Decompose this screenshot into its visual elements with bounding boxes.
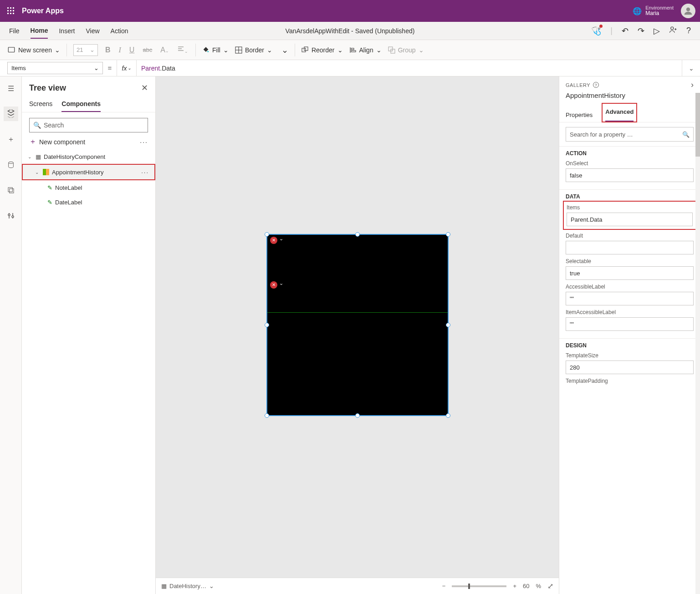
chevron-down-icon: ⌄ — [419, 46, 424, 54]
zoom-percent: % — [536, 583, 541, 589]
item-accessible-label-input[interactable]: "" — [566, 317, 694, 331]
formula-input[interactable]: Parent.Data — [137, 60, 682, 76]
property-selector[interactable]: Items⌄ — [7, 62, 103, 74]
zoom-out-icon[interactable]: − — [442, 583, 446, 589]
property-search[interactable]: Search for a property … 🔍 — [566, 127, 694, 142]
menu-file[interactable]: File — [9, 24, 20, 38]
media-icon[interactable] — [4, 183, 18, 198]
more-icon[interactable]: ··· — [140, 138, 148, 146]
search-placeholder: Search — [44, 122, 64, 129]
more-icon[interactable]: ··· — [141, 169, 149, 176]
resize-handle[interactable] — [446, 323, 450, 327]
hamburger-icon[interactable]: ☰ — [4, 81, 18, 96]
document-title: VanArsdelAppWithEdit - Saved (Unpublishe… — [286, 27, 415, 35]
tree-item-child[interactable]: ✎ DateLabel — [22, 195, 155, 209]
chevron-right-icon[interactable]: › — [691, 80, 694, 90]
avatar[interactable] — [681, 4, 695, 18]
selectable-value: true — [570, 270, 580, 277]
fill-button[interactable]: Fill⌄ — [202, 46, 229, 54]
new-screen-button[interactable]: New screen ⌄ — [7, 46, 60, 54]
menu-view[interactable]: View — [86, 24, 99, 38]
error-badge-icon[interactable]: ✕ — [270, 281, 277, 289]
menu-action[interactable]: Action — [111, 24, 128, 38]
fit-to-window-icon[interactable]: ⤢ — [547, 582, 553, 590]
zoom-slider[interactable] — [452, 585, 506, 587]
bold-button[interactable]: B — [104, 44, 112, 56]
menu-home[interactable]: Home — [31, 23, 48, 39]
chevron-expand-icon[interactable]: ⌄ — [281, 45, 288, 55]
tree-search[interactable]: 🔍 Search — [29, 118, 148, 132]
data-icon[interactable] — [4, 157, 18, 172]
field-label: ItemAccessibleLabel — [566, 309, 694, 315]
gallery-icon — [43, 169, 49, 175]
scrollbar-thumb[interactable] — [695, 93, 700, 157]
font-size-box[interactable]: 21⌄ — [73, 44, 98, 56]
resize-handle[interactable] — [265, 413, 269, 418]
chevron-down-icon: ⌄ — [26, 154, 33, 159]
error-badge-icon[interactable]: ✕ — [270, 237, 277, 244]
reorder-label: Reorder — [312, 46, 335, 54]
top-menu: File Home Insert View Action VanArsdelAp… — [0, 22, 700, 40]
new-component-button[interactable]: ＋New component — [29, 137, 85, 147]
resize-handle[interactable] — [265, 232, 269, 237]
tab-advanced[interactable]: Advanced — [605, 105, 634, 119]
italic-button[interactable]: I — [118, 44, 122, 56]
items-input[interactable]: Parent.Data — [567, 213, 693, 226]
app-checker-icon[interactable]: 🩺 — [591, 26, 601, 36]
font-color-button[interactable]: A⌄ — [159, 44, 170, 56]
fx-icon[interactable]: fx⌄ — [117, 60, 137, 76]
waffle-icon[interactable] — [0, 0, 22, 22]
highlight-advanced: Advanced — [602, 103, 637, 122]
play-icon[interactable]: ▷ — [654, 26, 660, 36]
expand-formula-icon[interactable]: ⌄ — [682, 60, 700, 76]
resize-handle[interactable] — [355, 413, 360, 418]
tab-components[interactable]: Components — [61, 96, 101, 112]
accessible-label-input[interactable]: "" — [566, 292, 694, 305]
tree-item-selected[interactable]: ⌄ AppointmentHistory ··· — [23, 165, 154, 179]
redo-icon[interactable]: ↷ — [638, 26, 644, 36]
tree-view-icon[interactable] — [4, 107, 18, 121]
chevron-down-icon[interactable]: ⌄ — [279, 236, 283, 242]
group-button[interactable]: Group⌄ — [388, 46, 424, 54]
tree-item-root[interactable]: ⌄ ▦ DateHistoryComponent — [22, 149, 155, 164]
resize-handle[interactable] — [265, 323, 269, 327]
menu-insert[interactable]: Insert — [59, 24, 75, 38]
tab-screens[interactable]: Screens — [29, 96, 52, 112]
svg-rect-1 — [10, 7, 11, 9]
selectable-input[interactable]: true — [566, 266, 694, 280]
undo-icon[interactable]: ↶ — [622, 26, 628, 36]
resize-handle[interactable] — [446, 413, 450, 418]
default-input[interactable] — [566, 241, 694, 254]
zoom-in-icon[interactable]: + — [513, 583, 516, 589]
chevron-down-icon[interactable]: ⌄ — [279, 280, 283, 286]
help-icon[interactable]: ? — [686, 26, 691, 36]
align-label: Align — [359, 46, 373, 54]
close-icon[interactable]: ✕ — [141, 83, 148, 93]
selected-control[interactable]: ✕ ⌄ ✕ ⌄ — [266, 234, 449, 416]
resize-handle[interactable] — [446, 232, 450, 237]
align-text-button[interactable]: ⌄ — [176, 44, 189, 56]
settings-icon[interactable] — [4, 208, 18, 223]
reorder-button[interactable]: Reorder⌄ — [301, 46, 343, 54]
slider-knob[interactable] — [468, 584, 470, 589]
tree-item-child[interactable]: ✎ NoteLabel — [22, 180, 155, 195]
new-component-label: New component — [39, 138, 85, 146]
svg-point-32 — [8, 214, 10, 216]
scrollbar[interactable] — [695, 93, 700, 594]
tree-panel: Tree view ✕ Screens Components 🔍 Search … — [22, 76, 156, 594]
item-accessible-label-value: "" — [570, 321, 574, 328]
strike-button[interactable]: abc — [142, 45, 153, 55]
tab-properties[interactable]: Properties — [566, 108, 593, 122]
screen-selector[interactable]: ▦ DateHistory… ⌄ — [161, 583, 214, 589]
environment-picker[interactable]: 🌐 Environment Maria — [633, 5, 674, 16]
insert-icon[interactable]: ＋ — [4, 132, 18, 147]
template-size-input[interactable]: 280 — [566, 360, 694, 374]
underline-button[interactable]: U — [128, 44, 136, 56]
align-button[interactable]: Align⌄ — [349, 46, 382, 54]
info-icon[interactable]: ? — [593, 82, 599, 88]
design-canvas[interactable]: ✕ ⌄ ✕ ⌄ ▦ DateHistory… ⌄ − + 60 % ⤢ — [156, 76, 559, 594]
border-button[interactable]: Border⌄ — [235, 46, 272, 54]
onselect-input[interactable]: false — [566, 168, 694, 182]
share-icon[interactable] — [669, 25, 677, 36]
resize-handle[interactable] — [355, 232, 360, 237]
